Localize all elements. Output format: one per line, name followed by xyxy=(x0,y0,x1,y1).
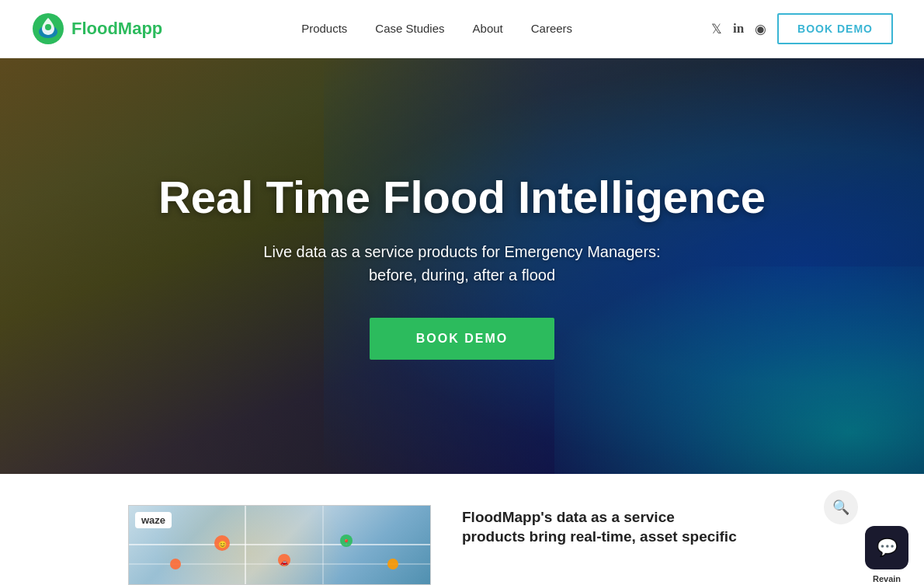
svg-point-14 xyxy=(170,559,181,569)
bottom-heading-line2: products bring real-time, asset specific xyxy=(462,528,737,545)
hero-section: Real Time Flood Intelligence Live data a… xyxy=(0,58,924,474)
hero-title: Real Time Flood Intelligence xyxy=(158,172,766,222)
audio-icon[interactable]: ◉ xyxy=(755,21,766,37)
navbar: FloodMapp Products Case Studies About Ca… xyxy=(0,0,924,58)
bottom-heading-line1: FloodMapp's data as a service xyxy=(462,509,675,525)
revain-label: Revain xyxy=(865,574,908,583)
linkedin-icon[interactable]: in xyxy=(733,21,744,37)
svg-point-2 xyxy=(45,24,51,30)
hero-cta-button[interactable]: BOOK DEMO xyxy=(370,318,554,360)
nav-item-products[interactable]: Products xyxy=(301,22,347,36)
hero-subtitle-line1: Live data as a service products for Emer… xyxy=(263,243,660,260)
chat-icon: 💬 xyxy=(877,538,898,558)
svg-point-13 xyxy=(387,559,398,569)
twitter-icon[interactable]: 𝕏 xyxy=(711,21,722,37)
search-icon: 🔍 xyxy=(832,499,849,516)
svg-text:😊: 😊 xyxy=(218,540,228,549)
bottom-image-content: 😊 🚗 📍 waze xyxy=(129,506,430,584)
svg-text:🚗: 🚗 xyxy=(280,558,288,566)
nav-right: 𝕏 in ◉ BOOK DEMO xyxy=(711,13,893,44)
waze-logo: waze xyxy=(135,512,172,528)
nav-item-careers[interactable]: Careers xyxy=(531,22,572,36)
search-button[interactable]: 🔍 xyxy=(824,490,858,524)
hero-content: Real Time Flood Intelligence Live data a… xyxy=(127,172,797,360)
nav-item-about[interactable]: About xyxy=(473,22,503,36)
book-demo-button[interactable]: BOOK DEMO xyxy=(777,13,893,44)
bottom-section: 😊 🚗 📍 waze FloodMapp's data as a service… xyxy=(0,474,924,585)
bottom-image: 😊 🚗 📍 waze xyxy=(128,505,431,585)
logo[interactable]: FloodMapp xyxy=(31,12,162,46)
revain-chat-widget[interactable]: 💬 Revain xyxy=(865,526,908,569)
logo-icon xyxy=(31,12,65,46)
logo-text: FloodMapp xyxy=(71,19,162,39)
hero-subtitle: Live data as a service products for Emer… xyxy=(158,240,766,287)
svg-text:📍: 📍 xyxy=(342,538,350,546)
nav-links: Products Case Studies About Careers xyxy=(301,22,572,36)
nav-item-case-studies[interactable]: Case Studies xyxy=(375,22,444,36)
map-pins-svg: 😊 🚗 📍 xyxy=(129,506,430,584)
hero-subtitle-line2: before, during, after a flood xyxy=(369,266,555,284)
